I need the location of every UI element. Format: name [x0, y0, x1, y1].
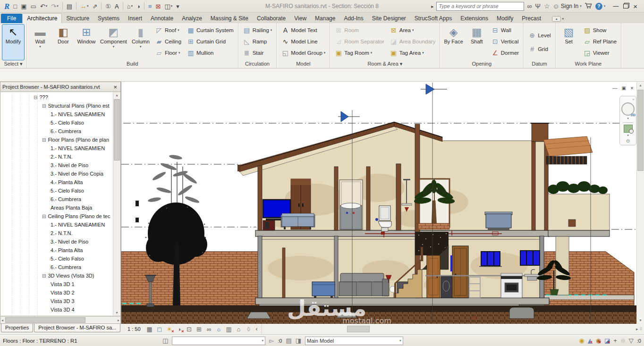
tree-item[interactable]: 4.- Planta Alta — [0, 178, 113, 186]
chevron-down-icon[interactable]: ▾ — [627, 134, 629, 137]
navbar-collapse-icon[interactable]: ⊖ — [626, 138, 630, 143]
roof-button[interactable]: ◸Roof▾ — [153, 25, 183, 35]
section-button[interactable]: ◑ — [135, 1, 142, 11]
view-close-button[interactable]: × — [630, 85, 634, 91]
collapse-box-icon[interactable]: ⊟ — [42, 214, 46, 219]
exchange-apps-button[interactable] — [585, 2, 593, 10]
panel-label-build[interactable]: Build — [27, 60, 238, 68]
temporary-hide-isolate-button[interactable]: ∞ — [204, 325, 214, 333]
component-button[interactable]: ◩Component▾ — [99, 25, 128, 60]
reveal-constraints-button[interactable]: ◊ — [244, 325, 254, 333]
tab-file[interactable]: File — [1, 14, 22, 23]
stair-button[interactable]: ≣Stair — [241, 47, 274, 58]
measure-button[interactable]: ↔▾ — [79, 1, 90, 11]
curtain-system-button[interactable]: ▦Curtain System — [185, 25, 236, 35]
chevron-down-icon[interactable]: ▾ — [627, 117, 629, 120]
viewer-button[interactable]: ◲Viewer — [581, 47, 619, 58]
show-button[interactable]: ▨Show — [581, 25, 619, 35]
tree-item[interactable]: 3.- Nivel de Piso — [0, 237, 113, 246]
viewbar-collapse-icon[interactable]: ‹ — [254, 326, 260, 332]
scroll-thumb[interactable] — [114, 99, 120, 160]
select-pinned-elements-button[interactable]: ◉× — [596, 337, 601, 344]
tab-analyze[interactable]: Analyze — [178, 14, 206, 23]
dormer-button[interactable]: ∠Dormer — [489, 47, 521, 58]
model-line-button[interactable]: ∿Model Line — [279, 36, 327, 47]
sign-in-button[interactable]: ☺ Sign In ▾ — [553, 3, 582, 9]
tree-item[interactable]: 3.- Nivel de Piso — [0, 161, 113, 169]
select-underlay-elements-button[interactable]: ◭× — [588, 337, 593, 344]
tree-item[interactable]: 5.- Cielo Falso — [0, 186, 113, 195]
thin-lines-button[interactable]: ≡ — [147, 1, 153, 11]
tree-item[interactable]: 2.- N.T.N. — [0, 229, 113, 237]
scroll-down-icon[interactable]: ▾ — [639, 317, 641, 324]
select-elements-by-face-button[interactable]: ◪× — [604, 337, 610, 344]
tab-collaborate[interactable]: Collaborate — [253, 14, 290, 23]
minimize-button[interactable]: — — [613, 3, 619, 9]
by-face-button[interactable]: ◈By Face — [442, 25, 464, 60]
tree-item[interactable]: Vista 3D 2 — [0, 288, 113, 297]
filters-button[interactable]: ▽ — [629, 337, 634, 344]
scroll-right-icon[interactable]: ▸ — [117, 318, 120, 322]
ramp-button[interactable]: ◺Ramp — [241, 36, 274, 47]
steering-wheel-2d-icon[interactable] — [621, 102, 635, 116]
panel-label-select[interactable]: Select ▾ — [0, 60, 26, 68]
revit-logo-button[interactable]: R — [3, 1, 11, 11]
favorites-button[interactable]: ☆ — [544, 3, 550, 9]
default-3d-view-button[interactable]: ⌂▾ — [126, 1, 134, 11]
collapse-box-icon[interactable]: ⊟ — [42, 273, 46, 278]
shadows-button[interactable]: ◑× — [175, 325, 184, 333]
collapse-box-icon[interactable]: ⊟ — [42, 137, 46, 143]
panel-label-model[interactable]: Model — [277, 60, 330, 68]
collapse-box-icon[interactable]: ⊟ — [34, 95, 37, 100]
wall-opening-button[interactable]: ⊟Wall — [489, 25, 521, 35]
tab-modify[interactable]: Modify — [492, 14, 517, 23]
tab-annotate[interactable]: Annotate — [146, 14, 178, 23]
tree-item[interactable]: 6.- Cumbrera — [0, 127, 113, 135]
ceiling-button[interactable]: ▰Ceiling — [153, 36, 183, 47]
restore-button[interactable] — [623, 4, 628, 8]
editing-requests-icon[interactable]: ▻ — [269, 337, 274, 344]
tree-item[interactable]: 5.- Cielo Falso — [0, 254, 113, 263]
view-restore-button[interactable]: ▣ — [622, 86, 626, 91]
tag-by-category-button[interactable]: ① — [104, 1, 112, 11]
tree-item[interactable]: Vista 3D 1 — [0, 280, 113, 288]
text-button[interactable]: A — [113, 1, 120, 11]
scroll-thumb[interactable] — [347, 326, 370, 332]
tab-site-designer[interactable]: Site Designer — [368, 14, 410, 23]
infocenter-collapse-icon[interactable]: ▸ — [431, 4, 433, 9]
tree-item[interactable]: 3.- Nivel de Piso Copia — [0, 169, 113, 178]
tree-item[interactable]: ⊟Floor Plans (Plano de plan — [0, 135, 113, 144]
visual-style-button[interactable]: ◻ — [155, 325, 164, 333]
window-button[interactable]: ⊞Window — [76, 25, 97, 60]
redo-button[interactable]: ↷▾ — [50, 1, 59, 11]
column-button[interactable]: ▮Column▾ — [130, 25, 152, 60]
tree-item[interactable]: Vista 3D 3 — [0, 297, 113, 305]
tree-item[interactable]: ⊟3D Views (Vista 3D) — [0, 271, 113, 280]
area-button[interactable]: ⊠Area▾ — [388, 25, 438, 35]
crop-view-button[interactable]: ⊡ — [185, 325, 194, 333]
new-file-button[interactable]: □ — [12, 1, 18, 11]
aligned-dimension-button[interactable]: ⇗ — [91, 1, 99, 11]
grid-button[interactable]: #Grid — [526, 44, 553, 55]
tab-view[interactable]: View — [290, 14, 311, 23]
active-only-icon[interactable]: ◨ — [296, 337, 301, 344]
canvas-horizontal-scrollbar[interactable]: ▸ ⠿ — [262, 324, 644, 334]
close-button[interactable]: × — [633, 3, 637, 10]
search-button[interactable]: ∞ — [527, 3, 532, 9]
tab-extensions[interactable]: Extensions — [456, 14, 492, 23]
tab-project-browser[interactable]: Project Browser - M-SAFIRO sa... — [34, 324, 120, 332]
tree-horizontal-scrollbar[interactable]: ◂ ▸ — [0, 316, 121, 324]
tree-item[interactable]: ⊟Ceiling Plans (Plano de tec — [0, 212, 113, 220]
scroll-down-icon[interactable]: ▾ — [116, 310, 118, 316]
tree-item[interactable]: ⊟??? — [0, 93, 113, 101]
tab-insert[interactable]: Insert — [124, 14, 146, 23]
scroll-up-icon[interactable]: ▴ — [639, 82, 641, 89]
tree-item[interactable]: 2.- N.T.N. — [0, 152, 113, 161]
detail-level-button[interactable]: ▦ — [145, 325, 154, 333]
qat-customize-button[interactable]: ▾ — [175, 1, 181, 11]
scale-button[interactable]: 1 : 50 — [124, 326, 144, 332]
shaft-button[interactable]: ▦Shaft — [466, 25, 488, 60]
tab-precast[interactable]: Precast — [517, 14, 545, 23]
collapse-box-icon[interactable]: ⊟ — [42, 103, 46, 109]
ribbon-display-toggle[interactable]: ▴▾ — [552, 16, 564, 22]
